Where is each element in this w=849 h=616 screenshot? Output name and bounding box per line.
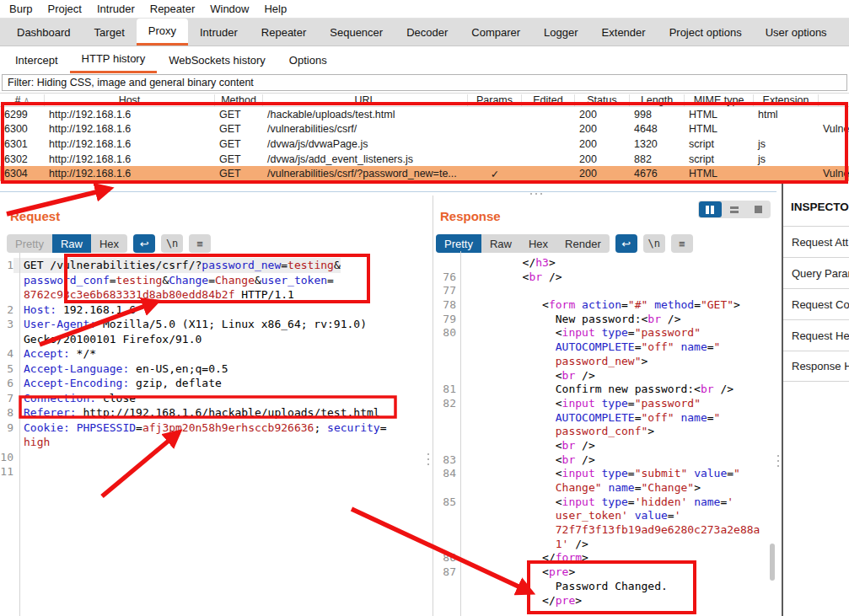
tab-logger[interactable]: Logger [532,19,589,46]
code-text: 1' /> [456,538,588,552]
sub-tab-intercept[interactable]: Intercept [3,46,70,73]
response-tab-hex[interactable]: Hex [520,234,556,253]
response-tab-pretty[interactable]: Pretty [436,234,481,253]
panel-split-divider[interactable] [0,191,849,192]
history-row-6302[interactable]: 6302http://192.168.1.6GET/dvwa/js/add_ev… [0,152,849,167]
line-number: 78 [433,298,456,313]
column-header-mime-type[interactable]: MIME type [685,94,754,106]
column-header-params[interactable]: Params [468,94,522,106]
inspector-section-request-att[interactable]: Request Att [783,226,849,257]
response-word-wrap-icon[interactable]: ↩ [615,234,637,253]
request-response-drag-handle[interactable] [427,453,430,465]
history-row-6304[interactable]: 6304http://192.168.1.6GET/vulnerabilitie… [0,166,849,181]
response-scrollbar[interactable] [770,544,775,581]
cell-n: 6301 [0,138,45,150]
request-editor[interactable]: 1GET /vulnerabilities/csrf/?password_new… [0,258,430,479]
http-history-table: #∧HostMethodURLParamsEditedStatusLengthM… [0,93,849,181]
cell-length: 4676 [630,168,685,179]
layout-rows-button[interactable] [723,201,746,217]
tab-target[interactable]: Target [83,19,137,46]
tab-intruder[interactable]: Intruder [188,19,250,46]
column-header-host[interactable]: Host [45,94,215,106]
cell-method: GET [215,153,263,165]
code-text: New password:<br /> [456,313,680,327]
tab-decoder[interactable]: Decoder [395,19,459,46]
menu-item-repeater[interactable]: Repeater [142,3,202,15]
cell-host: http://192.168.1.6 [45,153,215,165]
tab-proxy[interactable]: Proxy [137,19,188,46]
code-line: 81 Confirm new password:<br /> [433,383,771,397]
menu-item-project[interactable]: Project [40,3,89,15]
code-line: <br /> [433,369,771,383]
tab-sequencer[interactable]: Sequencer [318,19,395,46]
menu-item-help[interactable]: Help [256,3,294,15]
column-header-extension[interactable]: Extension [754,94,819,106]
filter-bar[interactable]: Filter: Hiding CSS, image and general bi… [2,74,847,91]
column-header-method[interactable]: Method [215,94,263,106]
filter-text: Filter: Hiding CSS, image and general bi… [3,77,254,88]
menu-bar: BurpProjectIntruderRepeaterWindowHelp [0,0,849,19]
request-tab-raw[interactable]: Raw [52,234,91,253]
tab-dashboard[interactable]: Dashboard [5,19,83,46]
column-header-[interactable]: #∧ [0,94,45,106]
response-menu-icon[interactable]: ≡ [671,234,693,253]
cell-mime: HTML [685,168,754,179]
tab-extender[interactable]: Extender [590,19,658,46]
cell-method: GET [215,123,263,135]
request-tab-pretty[interactable]: Pretty [7,234,52,253]
menu-item-burp[interactable]: Burp [2,3,40,15]
history-row-6299[interactable]: 6299http://192.168.1.6GET/hackable/uploa… [0,107,849,122]
request-tab-hex[interactable]: Hex [91,234,127,253]
line-number [0,287,13,303]
code-line: 8762c93c3e6b683331d8ab80edd84b2f HTTP/1.… [0,287,430,303]
tab-repeater[interactable]: Repeater [250,19,318,46]
cell-status: 200 [575,123,630,135]
column-header-url[interactable]: URL [263,94,468,106]
code-line: </h3> [433,256,771,271]
menu-item-window[interactable]: Window [202,3,256,15]
inspector-drag-handle[interactable] [777,455,780,467]
tab-user-options[interactable]: User options [754,19,839,46]
inspector-section-response-h[interactable]: Response H [783,351,849,382]
sub-tab-http-history[interactable]: HTTP history [70,46,158,73]
response-editor[interactable]: </h3>76 <br />7778 <form action="#" meth… [433,256,771,608]
line-number: 80 [433,326,456,340]
inspector-section-query-param[interactable]: Query Param [783,257,849,288]
tab-comparer[interactable]: Comparer [459,19,532,46]
layout-columns-button[interactable] [699,201,722,217]
code-text: <br /> [456,453,595,468]
history-row-6300[interactable]: 6300http://192.168.1.6GET/vulnerabilitie… [0,122,849,137]
layout-single-button[interactable] [747,201,770,217]
splitter-drag-handle[interactable] [530,193,544,196]
history-row-6301[interactable]: 6301http://192.168.1.6GET/dvwa/js/dvwaPa… [0,137,849,152]
response-tab-raw[interactable]: Raw [481,234,520,253]
response-gutter-divider [460,251,461,616]
inspector-section-request-coo[interactable]: Request Coo [783,288,849,319]
request-menu-icon[interactable]: ≡ [189,234,211,253]
tab-project-options[interactable]: Project options [658,19,754,46]
column-header-length[interactable]: Length [630,94,685,106]
code-text: Accept: */* [13,346,96,362]
burp-suite-window: BurpProjectIntruderRepeaterWindowHelp Da… [0,0,849,616]
code-line: 84 <input type="submit" value=" [433,467,771,481]
code-text: Gecko/20100101 Firefox/91.0 [13,332,202,347]
cell-status: 200 [575,153,630,165]
menu-item-intruder[interactable]: Intruder [89,3,142,15]
request-show-newlines-icon[interactable]: \n [161,234,183,253]
request-word-wrap-icon[interactable]: ↩ [133,234,155,253]
request-toolbar: PrettyRawHex↩\n≡ [7,234,211,253]
cell-params: ✓ [468,168,522,180]
column-header-edited[interactable]: Edited [522,94,575,106]
sub-tab-websockets-history[interactable]: WebSockets history [157,46,277,73]
sub-tab-options[interactable]: Options [277,46,339,73]
cell-status: 200 [575,168,630,179]
code-text: Accept-Language: en-US,en;q=0.5 [13,362,228,377]
code-text: <input type="password" [456,397,701,411]
cell-status: 200 [575,138,630,150]
response-tab-render[interactable]: Render [556,234,610,253]
column-header-status[interactable]: Status [575,94,630,106]
line-number [433,523,456,538]
code-line: 11 [0,464,430,479]
inspector-section-request-hea[interactable]: Request Hea [783,319,849,351]
response-show-newlines-icon[interactable]: \n [643,234,665,253]
